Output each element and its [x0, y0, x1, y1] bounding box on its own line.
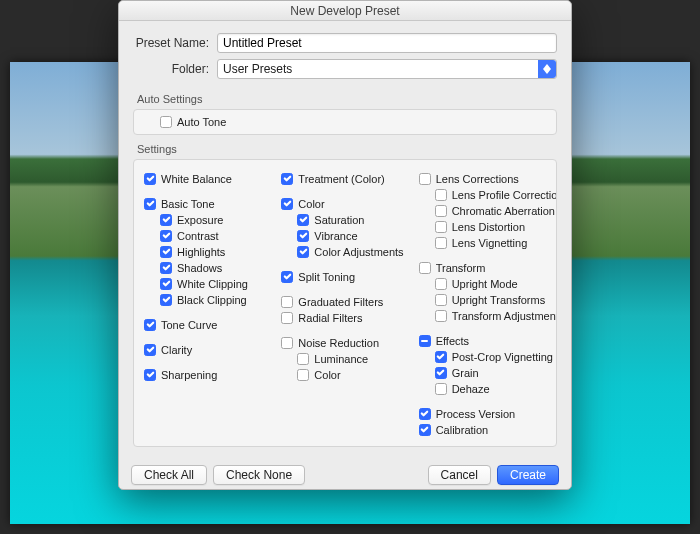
process-version-checkbox[interactable]: Process Version [419, 406, 550, 421]
dehaze-checkbox[interactable]: Dehaze [419, 381, 550, 396]
basic-tone-checkbox[interactable]: Basic Tone [144, 196, 275, 211]
create-button[interactable]: Create [497, 465, 559, 485]
treatment-checkbox[interactable]: Treatment (Color) [281, 171, 412, 186]
black-clipping-checkbox[interactable]: Black Clipping [144, 292, 275, 307]
contrast-checkbox[interactable]: Contrast [144, 228, 275, 243]
lens-vignetting-checkbox[interactable]: Lens Vignetting [419, 235, 550, 250]
nr-color-checkbox[interactable]: Color [281, 367, 412, 382]
upright-mode-checkbox[interactable]: Upright Mode [419, 276, 550, 291]
sharpening-checkbox[interactable]: Sharpening [144, 367, 275, 382]
exposure-checkbox[interactable]: Exposure [144, 212, 275, 227]
post-crop-vignetting-checkbox[interactable]: Post-Crop Vignetting [419, 349, 550, 364]
chromatic-aberration-checkbox[interactable]: Chromatic Aberration [419, 203, 550, 218]
grain-checkbox[interactable]: Grain [419, 365, 550, 380]
tone-curve-checkbox[interactable]: Tone Curve [144, 317, 275, 332]
vibrance-checkbox[interactable]: Vibrance [281, 228, 412, 243]
upright-transforms-checkbox[interactable]: Upright Transforms [419, 292, 550, 307]
color-adjustments-checkbox[interactable]: Color Adjustments [281, 244, 412, 259]
transform-adjustments-checkbox[interactable]: Transform Adjustments [419, 308, 550, 323]
highlights-checkbox[interactable]: Highlights [144, 244, 275, 259]
lens-corrections-checkbox[interactable]: Lens Corrections [419, 171, 550, 186]
updown-icon [538, 60, 556, 78]
white-balance-checkbox[interactable]: White Balance [144, 171, 275, 186]
auto-tone-checkbox[interactable]: Auto Tone [144, 115, 226, 130]
check-none-button[interactable]: Check None [213, 465, 305, 485]
settings-section-title: Settings [137, 143, 557, 155]
white-clipping-checkbox[interactable]: White Clipping [144, 276, 275, 291]
folder-value: User Presets [223, 62, 292, 76]
dialog-title: New Develop Preset [119, 1, 571, 21]
noise-reduction-checkbox[interactable]: Noise Reduction [281, 335, 412, 350]
dialog-footer: Check All Check None Cancel Create [119, 455, 571, 497]
saturation-checkbox[interactable]: Saturation [281, 212, 412, 227]
graduated-filters-checkbox[interactable]: Graduated Filters [281, 294, 412, 309]
settings-panel: White Balance Basic Tone Exposure Contra… [133, 159, 557, 447]
transform-checkbox[interactable]: Transform [419, 260, 550, 275]
new-develop-preset-dialog: New Develop Preset Preset Name: Folder: … [118, 0, 572, 490]
color-checkbox[interactable]: Color [281, 196, 412, 211]
folder-label: Folder: [133, 62, 217, 76]
settings-col-1: White Balance Basic Tone Exposure Contra… [144, 170, 275, 438]
lens-profile-checkbox[interactable]: Lens Profile Corrections [419, 187, 550, 202]
clarity-checkbox[interactable]: Clarity [144, 342, 275, 357]
luminance-checkbox[interactable]: Luminance [281, 351, 412, 366]
check-all-button[interactable]: Check All [131, 465, 207, 485]
shadows-checkbox[interactable]: Shadows [144, 260, 275, 275]
split-toning-checkbox[interactable]: Split Toning [281, 269, 412, 284]
cancel-button[interactable]: Cancel [428, 465, 491, 485]
preset-name-label: Preset Name: [133, 36, 217, 50]
settings-col-3: Lens Corrections Lens Profile Correction… [419, 170, 550, 438]
auto-section-title: Auto Settings [137, 93, 557, 105]
auto-panel: Auto Tone [133, 109, 557, 135]
lens-distortion-checkbox[interactable]: Lens Distortion [419, 219, 550, 234]
folder-select[interactable]: User Presets [217, 59, 557, 79]
settings-col-2: Treatment (Color) Color Saturation Vibra… [281, 170, 412, 438]
calibration-checkbox[interactable]: Calibration [419, 422, 550, 437]
effects-checkbox[interactable]: Effects [419, 333, 550, 348]
radial-filters-checkbox[interactable]: Radial Filters [281, 310, 412, 325]
preset-name-input[interactable] [217, 33, 557, 53]
